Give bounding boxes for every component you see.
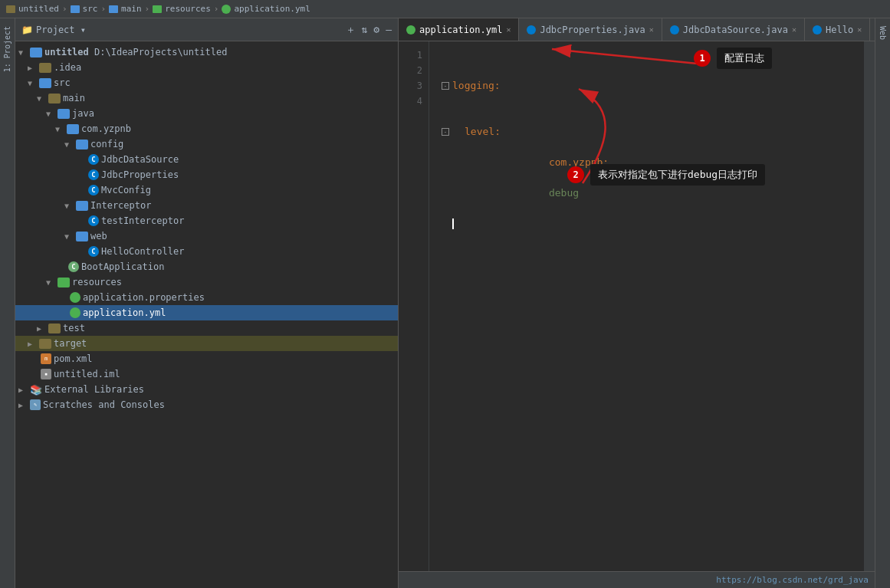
code-line-2: - level: [442, 124, 852, 140]
tree-label-java: java [72, 108, 94, 119]
folder-icon-resources [57, 278, 70, 287]
tree-item-scratches[interactable]: ▶ ✎ Scratches and Consoles [15, 397, 398, 412]
tree-item-com-yzpnb[interactable]: ▼ com.yzpnb [15, 121, 398, 136]
tree-item-java[interactable]: ▼ java [15, 106, 398, 121]
project-title: 📁 Project ▾ [21, 25, 86, 35]
breadcrumb-main[interactable]: main [121, 4, 142, 14]
tree-item-app-properties[interactable]: application.properties [15, 290, 398, 305]
tree-label-testInterceptor: testInterceptor [101, 215, 184, 226]
tree-item-BootApplication[interactable]: C BootApplication [15, 259, 398, 274]
project-folder-icon: 📁 [21, 25, 33, 35]
tree-label-scratches: Scratches and Consoles [43, 399, 165, 410]
folder-icon-Interceptor [76, 201, 88, 211]
tree-label-Interceptor: Interceptor [90, 200, 151, 211]
breadcrumb-resources[interactable]: resources [165, 4, 211, 14]
editor-content: 1 2 3 4 - logging: - level: com.yzp [399, 41, 875, 571]
tree-label-pom: pom.xml [54, 353, 93, 364]
tree-item-JdbcDataSource[interactable]: C JdbcDataSource [15, 152, 398, 167]
tab-close-JdbcDataSource[interactable]: ✕ [792, 25, 796, 34]
tab-close-yaml[interactable]: ✕ [506, 25, 511, 34]
breadcrumb-main-icon [109, 5, 118, 13]
folder-icon-web [76, 232, 88, 241]
project-tree: ▼ untitled D:\IdeaProjects\untitled ▶ .i… [15, 41, 398, 588]
arrow-config: ▼ [64, 140, 74, 149]
arrow-Interceptor: ▼ [64, 202, 74, 210]
code-value-debug: debug [549, 187, 579, 199]
tab-JdbcProperties-java[interactable]: JdbcProperties.java ✕ [519, 18, 662, 41]
editor-area: application.yml ✕ JdbcProperties.java ✕ … [399, 18, 875, 588]
tab-close-JdbcProperties[interactable]: ✕ [649, 25, 654, 34]
folder-icon-target [39, 339, 51, 349]
sync-icon[interactable]: ⇅ [362, 24, 368, 35]
project-tab-label[interactable]: 1: Project [2, 21, 13, 77]
fold-icon-2[interactable]: - [442, 128, 449, 136]
project-panel-header: 📁 Project ▾ ＋ ⇅ ⚙ — [15, 18, 398, 41]
line-num-2: 2 [399, 63, 422, 78]
folder-icon-src [39, 78, 51, 88]
java-icon-MvcConfig: C [88, 185, 99, 195]
tree-item-untitled[interactable]: ▼ untitled D:\IdeaProjects\untitled [15, 44, 398, 60]
java-icon-HelloController: C [88, 246, 99, 257]
arrow-ext-libs: ▶ [18, 386, 28, 394]
tree-label-config: config [90, 139, 123, 149]
tree-item-testInterceptor[interactable]: C testInterceptor [15, 213, 398, 228]
tab-JdbcDataSource-java[interactable]: JdbcDataSource.java ✕ [662, 18, 805, 41]
tree-label-test: test [63, 323, 85, 333]
code-key-level: level: [465, 124, 501, 140]
tree-item-ext-libs[interactable]: ▶ 📚 External Libraries [15, 382, 398, 397]
breadcrumb-sep1: › [62, 4, 67, 14]
project-title-label: Project ▾ [36, 25, 86, 35]
breadcrumb-yaml-icon [222, 5, 231, 14]
annotation-1: 1 配置日志 [694, 48, 772, 69]
tree-item-resources[interactable]: ▼ resources [15, 274, 398, 290]
tree-label-JdbcDataSource: JdbcDataSource [101, 154, 179, 165]
tree-item-iml[interactable]: ▪ untitled.iml [15, 366, 398, 382]
tree-label-JdbcProperties: JdbcProperties [101, 169, 179, 180]
breadcrumb-src-icon [71, 5, 80, 13]
tree-label-com-yzpnb: com.yzpnb [81, 123, 131, 134]
tree-item-src[interactable]: ▼ src [15, 75, 398, 90]
tab-close-Hello[interactable]: ✕ [857, 25, 862, 34]
tree-item-idea[interactable]: ▶ .idea [15, 60, 398, 75]
breadcrumb-untitled[interactable]: untitled [18, 4, 59, 14]
line-numbers: 1 2 3 4 [399, 41, 429, 571]
scratches-icon: ✎ [30, 399, 41, 410]
tree-item-target[interactable]: ▶ target [15, 336, 398, 351]
tree-item-JdbcProperties[interactable]: C JdbcProperties [15, 167, 398, 182]
web-tab-label[interactable]: Web [877, 21, 888, 44]
editor-scroll-indicator[interactable] [864, 41, 875, 571]
arrow-scratches: ▶ [18, 401, 28, 409]
tab-Hello[interactable]: Hello ✕ [805, 18, 870, 41]
tree-label-BootApplication: BootApplication [81, 261, 164, 272]
tree-item-MvcConfig[interactable]: C MvcConfig [15, 182, 398, 198]
annotation-badge-2: 2 [567, 166, 584, 183]
arrow-java: ▼ [46, 110, 55, 118]
code-editor[interactable]: - logging: - level: com.yzpnb: debug [429, 41, 864, 571]
breadcrumb-project-icon [6, 5, 15, 13]
tree-item-config[interactable]: ▼ config [15, 136, 398, 152]
tree-item-main[interactable]: ▼ main [15, 90, 398, 106]
tree-item-test[interactable]: ▶ test [15, 320, 398, 336]
yaml-icon-app-yml [70, 307, 80, 318]
tree-label-MvcConfig: MvcConfig [101, 185, 151, 195]
arrow-com-yzpnb: ▼ [55, 125, 64, 133]
tree-item-Interceptor[interactable]: ▼ Interceptor [15, 198, 398, 213]
tree-item-HelloController[interactable]: C HelloController [15, 244, 398, 259]
status-url[interactable]: https://blog.csdn.net/grd_java [716, 575, 869, 585]
tree-label-iml: untitled.iml [54, 369, 120, 379]
settings-icon[interactable]: ⚙ [373, 24, 379, 35]
tree-label-app-yml: application.yml [83, 307, 166, 318]
breadcrumb-src[interactable]: src [83, 4, 98, 14]
tree-item-pom[interactable]: m pom.xml [15, 351, 398, 366]
tree-item-web[interactable]: ▼ web [15, 228, 398, 244]
add-icon[interactable]: ＋ [346, 23, 356, 37]
fold-icon-1[interactable]: - [442, 82, 449, 90]
text-cursor [452, 218, 454, 229]
editor-tab-bar: application.yml ✕ JdbcProperties.java ✕ … [399, 18, 875, 41]
tab-application-yml[interactable]: application.yml ✕ [399, 18, 519, 41]
breadcrumb-yaml[interactable]: application.yml [234, 4, 310, 14]
tree-item-app-yml[interactable]: application.yml [15, 305, 398, 320]
tree-label-resources: resources [72, 277, 122, 287]
annotation-2: 2 表示对指定包下进行debug日志打印 [567, 164, 765, 186]
minimize-icon[interactable]: — [386, 24, 392, 35]
